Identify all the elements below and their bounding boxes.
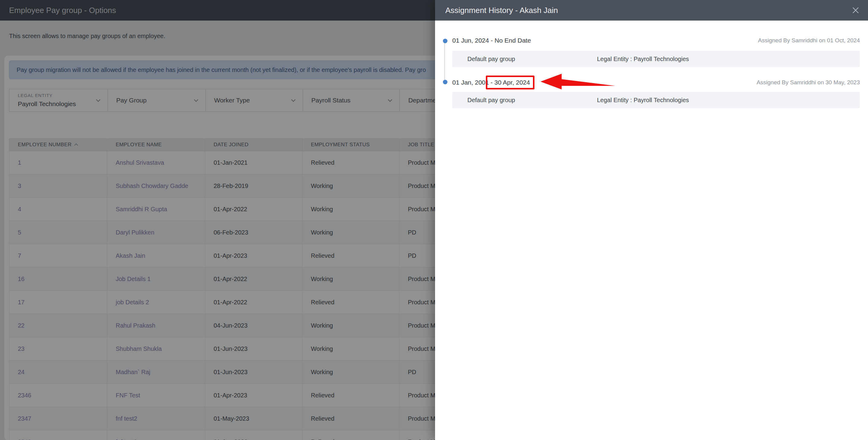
assignment-card: Default pay group Legal Entity : Payroll…: [452, 92, 860, 108]
timeline-entry: 01 Jan, 2001 - 30 Apr, 2024 Assigned By …: [452, 75, 860, 90]
panel-header: Assignment History - Akash Jain: [435, 0, 868, 21]
assigned-by-text: Assigned By Samriddhi on 01 Oct, 2024: [758, 37, 860, 44]
assignment-period-start: 01 Jan, 2001: [452, 79, 489, 86]
legal-entity-value: Legal Entity : Payroll Technologies: [597, 56, 689, 63]
assignment-card: Default pay group Legal Entity : Payroll…: [452, 51, 860, 67]
pay-group-value: Default pay group: [467, 97, 597, 104]
annotation-arrow: [539, 72, 618, 92]
assigned-by-text: Assigned By Samriddhi on 30 May, 2023: [756, 79, 860, 86]
timeline-line: [444, 43, 445, 80]
timeline-dot: [443, 80, 447, 84]
assignment-timeline: 01 Jun, 2024 - No End Date Assigned By S…: [435, 21, 868, 440]
timeline-entry: 01 Jun, 2024 - No End Date Assigned By S…: [452, 36, 860, 45]
assignment-period: 01 Jan, 2001 - 30 Apr, 2024: [452, 76, 534, 89]
legal-entity-value: Legal Entity : Payroll Technologies: [597, 97, 689, 104]
assignment-period: 01 Jun, 2024 - No End Date: [452, 37, 531, 44]
timeline-dot: [443, 39, 447, 43]
close-icon[interactable]: [850, 5, 861, 16]
pay-group-value: Default pay group: [467, 56, 597, 63]
panel-title: Assignment History - Akash Jain: [445, 0, 558, 21]
assignment-history-panel: Assignment History - Akash Jain 01 Jun, …: [435, 0, 868, 440]
annotation-red-box: - 30 Apr, 2024: [486, 76, 534, 89]
